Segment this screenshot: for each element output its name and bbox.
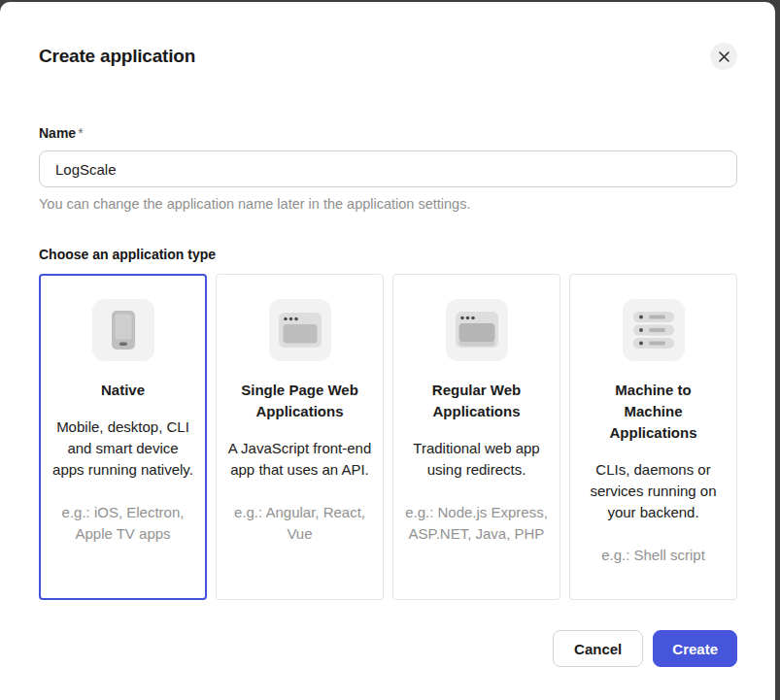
card-description: Mobile, desktop, CLI and smart device ap… [51,417,196,481]
server-stack-icon [623,299,685,361]
name-label: Name* [39,125,84,141]
name-field-section: Name* You can change the application nam… [39,124,737,212]
name-helper-text: You can change the application name late… [39,196,737,212]
card-description: CLIs, daemons or services running on you… [581,459,727,523]
close-icon [718,50,730,63]
type-section-heading: Choose an application type [39,247,737,262]
application-type-cards: Native Mobile, desktop, CLI and smart de… [39,274,737,600]
card-examples: e.g.: Angular, React, Vue [227,502,373,545]
dialog-footer: Cancel Create [39,630,737,667]
browser-window-form-icon [446,299,508,361]
card-title: Regular Web Applications [415,380,539,422]
mobile-phone-icon [92,299,154,361]
card-examples: e.g.: iOS, Electron, Apple TV apps [51,502,196,545]
cancel-button[interactable]: Cancel [553,630,643,667]
name-label-text: Name [39,125,76,141]
dialog-header: Create application [39,43,737,70]
card-description: A JavaScript front-end app that uses an … [227,438,373,481]
application-name-input[interactable] [39,150,737,187]
card-description: Traditional web app using redirects. [404,438,550,481]
create-application-dialog: Create application Name* You can change … [0,2,775,700]
card-examples: e.g.: Node.js Express, ASP.NET, Java, PH… [404,502,550,545]
application-type-section: Choose an application type Native Mobile… [39,247,737,600]
card-native[interactable]: Native Mobile, desktop, CLI and smart de… [39,274,207,600]
card-examples: e.g.: Shell script [581,545,727,566]
create-button[interactable]: Create [653,630,737,667]
card-regular-web[interactable]: Regular Web Applications Traditional web… [392,274,560,600]
card-title: Single Page Web Applications [238,380,362,422]
close-button[interactable] [710,43,737,70]
dialog-title: Create application [39,43,195,67]
card-machine-to-machine[interactable]: Machine to Machine Applications CLIs, da… [569,274,737,600]
card-title: Native [61,380,186,401]
required-marker: * [78,125,83,141]
browser-window-icon [269,299,331,361]
card-title: Machine to Machine Applications [592,380,716,444]
card-single-page-web[interactable]: Single Page Web Applications A JavaScrip… [216,274,384,600]
